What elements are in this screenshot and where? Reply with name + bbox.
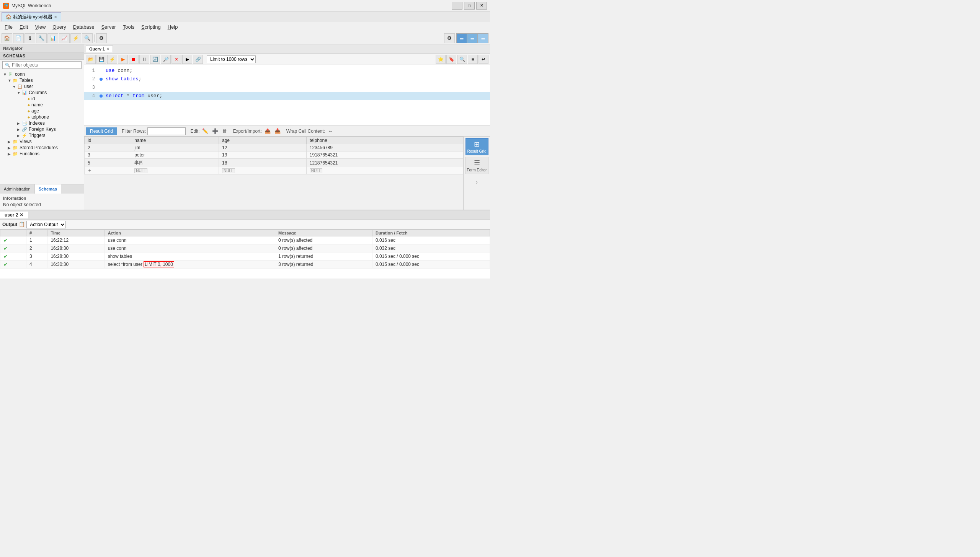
toolbar-migration[interactable]: 🔍 — [82, 33, 93, 43]
edit-add-icon[interactable]: ➕ — [211, 128, 219, 134]
view-btn-1[interactable]: ▬ — [456, 33, 467, 43]
toolbar-performance[interactable]: ⚡ — [70, 33, 81, 43]
menu-help[interactable]: Help — [165, 23, 181, 31]
expand-functions[interactable]: ▶ — [8, 152, 12, 156]
output-cell-time: 16:22:12 — [47, 236, 105, 244]
explain-button[interactable]: 🔎 — [161, 55, 171, 64]
menu-view[interactable]: View — [32, 23, 49, 31]
close-button[interactable]: ✕ — [476, 2, 487, 10]
limit-dropdown[interactable]: Limit to 1000 rows — [207, 55, 256, 63]
menu-file[interactable]: File — [2, 23, 16, 31]
triggers-icon: ⚡ — [21, 133, 28, 138]
expand-conn[interactable]: ▼ — [3, 72, 8, 77]
tree-item-age[interactable]: ◆ age — [0, 108, 84, 114]
null-cell: NULL — [306, 167, 463, 174]
edit-pencil-icon[interactable]: ✏️ — [201, 128, 209, 134]
toolbar-query-stats[interactable]: 📈 — [59, 33, 70, 43]
expand-views[interactable]: ▶ — [8, 140, 12, 144]
result-grid-tab[interactable]: Result Grid — [86, 127, 117, 135]
query-tab-close[interactable]: ✕ — [106, 47, 109, 51]
tree-item-user[interactable]: ▼ 📋 user — [0, 83, 84, 90]
tab-schemas[interactable]: Schemas — [35, 184, 61, 194]
result-content: id name age telphone 2jim121234567893pet… — [84, 137, 490, 210]
tree-item-columns[interactable]: ▼ 📊 Columns — [0, 90, 84, 96]
toolbar-new-schema[interactable]: 🏠 — [2, 33, 12, 43]
menu-query[interactable]: Query — [49, 23, 69, 31]
format-button[interactable]: ≡ — [468, 55, 478, 64]
bookmark-button[interactable]: 🔖 — [446, 55, 456, 64]
export-icon[interactable]: 📤 — [263, 128, 272, 134]
tree-item-indexes[interactable]: ▶ 📑 Indexes — [0, 120, 84, 126]
edit-delete-icon[interactable]: 🗑 — [221, 128, 228, 134]
settings-icon[interactable]: ⚙ — [444, 33, 455, 43]
bottom-tab-user2[interactable]: user 2 ✕ — [0, 212, 28, 218]
tree-item-foreign-keys[interactable]: ▶ 🔗 Foreign Keys — [0, 126, 84, 132]
sql-editor[interactable]: 1 use conn; 2 show tables; 3 — [84, 65, 490, 125]
query-tab-1[interactable]: Query 1 ✕ — [86, 46, 113, 52]
tree-item-name[interactable]: ◆ name — [0, 102, 84, 108]
menu-scripting[interactable]: Scripting — [138, 23, 164, 31]
execute-current-button[interactable]: ▶ — [118, 55, 128, 64]
action-output-select[interactable]: Action Output — [26, 221, 66, 228]
database-icon: 🗄 — [8, 72, 14, 77]
expand-indexes[interactable]: ▶ — [17, 121, 21, 125]
expand-stored-procs[interactable]: ▶ — [8, 146, 12, 150]
word-wrap-button[interactable]: ↵ — [479, 55, 488, 64]
search-input[interactable] — [12, 62, 79, 68]
tree-item-telphone[interactable]: ◆ telphone — [0, 114, 84, 120]
output-cell-duration: 0.016 sec / 0.000 sec — [372, 252, 490, 261]
view-btn-2[interactable]: ▬ — [467, 33, 478, 43]
view-btn-3[interactable]: ▬ — [478, 33, 488, 43]
filter-rows-input[interactable] — [147, 127, 186, 135]
tree-item-tables[interactable]: ▼ 📁 Tables — [0, 77, 84, 83]
output-row: ✔ 2 16:28:30 use conn 0 row(s) affected … — [0, 244, 490, 252]
execute-button[interactable]: ⚡ — [107, 55, 117, 64]
toolbar-connection-info[interactable]: ℹ — [24, 33, 35, 43]
tree-item-triggers[interactable]: ▶ ⚡ Triggers — [0, 132, 84, 138]
expand-columns[interactable]: ▼ — [17, 91, 21, 95]
continue-button[interactable]: ▶ — [182, 55, 192, 64]
stop-script-button[interactable]: ⏸ — [139, 55, 149, 64]
result-grid-panel-btn[interactable]: ⊞ Result Grid — [466, 138, 488, 155]
toggle-output-button[interactable]: 🔄 — [150, 55, 160, 64]
reconnect-button[interactable]: 🔗 — [193, 55, 203, 64]
tree-item-conn[interactable]: ▼ 🗄 conn — [0, 71, 84, 77]
menu-edit[interactable]: Edit — [16, 23, 31, 31]
open-file-button[interactable]: 📂 — [86, 55, 96, 64]
output-cell-success: ✔ — [0, 261, 26, 269]
stop-button[interactable]: ⏹ — [129, 55, 139, 64]
tree-item-views[interactable]: ▶ 📁 Views — [0, 138, 84, 145]
connection-tab[interactable]: 🏠 我的远端mysql机器 ✕ — [2, 12, 61, 21]
menu-server[interactable]: Server — [98, 23, 119, 31]
tree-item-functions[interactable]: ▶ 📁 Functions — [0, 151, 84, 157]
success-icon: ✔ — [3, 253, 8, 259]
expand-user[interactable]: ▼ — [12, 85, 17, 89]
toolbar-new-model[interactable]: 📄 — [13, 33, 24, 43]
expand-tables[interactable]: ▼ — [8, 78, 12, 83]
tree-item-stored-procedures[interactable]: ▶ 📁 Stored Procedures — [0, 145, 84, 151]
maximize-button[interactable]: □ — [464, 2, 475, 10]
expand-foreign-keys[interactable]: ▶ — [17, 127, 21, 132]
wrap-icon[interactable]: ↔ — [327, 128, 334, 134]
expand-triggers[interactable]: ▶ — [17, 134, 21, 138]
tab-administration[interactable]: Administration — [0, 184, 35, 194]
minimize-button[interactable]: ─ — [452, 2, 462, 10]
save-button[interactable]: 💾 — [96, 55, 106, 64]
find-button[interactable]: 🔍 — [457, 55, 467, 64]
toolbar-table-data[interactable]: 📊 — [47, 33, 58, 43]
tab-close-button[interactable]: ✕ — [54, 15, 57, 19]
cancel-button[interactable]: ✕ — [172, 55, 181, 64]
tree-item-id[interactable]: ◆ id — [0, 96, 84, 102]
toolbar-mysql-config[interactable]: ⚙ — [96, 33, 107, 43]
toolbar-schema-inspector[interactable]: 🔧 — [36, 33, 47, 43]
col-age: age — [219, 137, 307, 144]
success-icon: ✔ — [3, 245, 8, 251]
limit-select[interactable]: Limit to 1000 rows — [207, 55, 256, 63]
menu-tools[interactable]: Tools — [120, 23, 137, 31]
result-grid-label: Result Grid — [467, 149, 486, 153]
menu-database[interactable]: Database — [70, 23, 98, 31]
new-tab-button[interactable]: ⭐ — [436, 55, 446, 64]
output-cell-time: 16:28:30 — [47, 244, 105, 252]
import-icon[interactable]: 📥 — [273, 128, 282, 134]
form-editor-panel-btn[interactable]: ☰ Form Editor — [466, 157, 488, 174]
